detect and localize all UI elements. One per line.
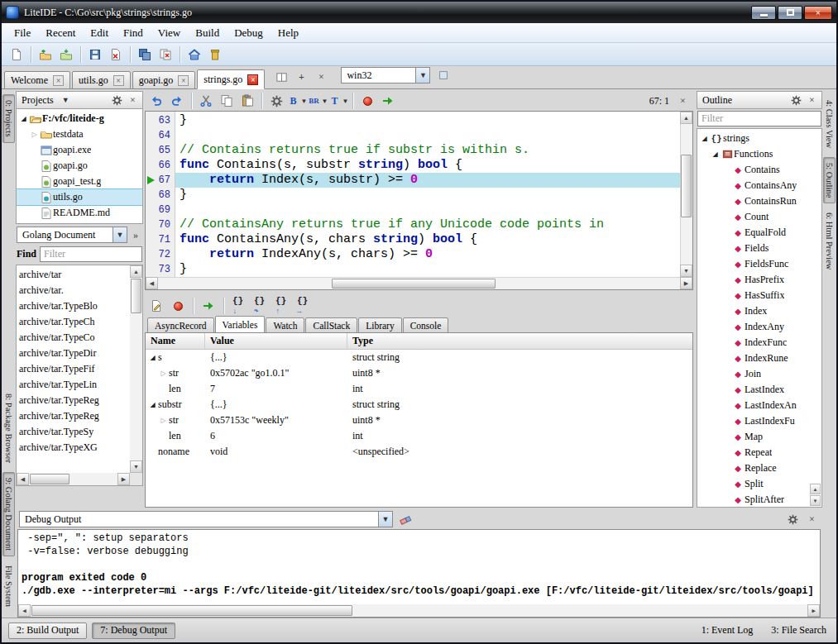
insert-mark-button[interactable] [146,296,166,316]
copy-button[interactable] [217,91,237,111]
side-tab-5-outline[interactable]: 5: Outline [823,157,836,203]
golang-document-select[interactable]: Golang Document ▼ [17,227,127,243]
debug-output-text[interactable]: -sep=", ": setup separators -v=false: ve… [17,529,821,618]
outline-item-containsany[interactable]: ◆ContainsAny [697,178,821,193]
side-tab-6-html-preview[interactable]: 6: Html Preview [823,207,836,275]
project-item-testdata[interactable]: ▷testdata [17,126,142,142]
doc-list-vscrollbar[interactable]: ▲ ▼ [130,265,142,473]
code-line[interactable]: return IndexAny(s, chars) >= 0 [180,247,680,262]
outline-item-lastindexan[interactable]: ◆LastIndexAn [697,398,821,413]
scrollbar-thumb[interactable] [681,155,692,217]
line-number[interactable]: 72 [146,247,175,262]
code-line[interactable]: func Contains(s, substr string) bool { [180,158,680,173]
project-item-utils-go[interactable]: utils.go [17,189,142,205]
line-number[interactable]: 69 [146,203,175,217]
tab-close-icon[interactable]: × [53,75,64,86]
status-label-3-file-search[interactable]: 3: File Search [771,624,826,637]
scroll-up-icon[interactable]: ▲ [130,265,142,278]
code-line[interactable]: // ContainsAny returns true if any Unico… [180,217,680,232]
continue-button[interactable] [199,296,218,316]
menu-view[interactable]: View [151,24,188,42]
scroll-up-icon[interactable]: ▲ [680,112,692,124]
tree-expander-icon[interactable]: ◢ [18,115,29,122]
line-number[interactable]: 71 [146,232,175,247]
debug-tab-variables[interactable]: Variables [215,316,266,333]
project-item-f-vfc-liteide-g[interactable]: ◢F:/vfc/liteide-g [17,111,142,126]
find-filter-input[interactable] [40,246,142,262]
chevron-down-icon[interactable]: ▼ [378,512,392,527]
menu-help[interactable]: Help [271,24,306,42]
clear-output-button[interactable] [398,513,412,527]
split-view-button[interactable] [273,69,290,85]
code-text[interactable]: } // Contains returns true if substr is … [175,112,680,277]
line-number[interactable]: 68 [146,188,175,203]
menu-debug[interactable]: Debug [227,24,271,42]
tab-utils-go[interactable]: utils.go× [72,71,131,89]
home-button[interactable] [184,45,204,64]
build-config-button[interactable] [205,45,225,64]
line-number[interactable]: 66 [146,158,175,173]
save-file-button[interactable] [85,45,105,64]
debug-tab-watch[interactable]: Watch [266,317,304,333]
line-number[interactable]: 70 [146,217,175,232]
outline-filter-input[interactable] [697,111,821,126]
outline-item-indexany[interactable]: ◆IndexAny [697,319,821,335]
letter-b-button[interactable]: B▼ [287,91,307,111]
doc-list-item[interactable]: archive/tar.TypeFif [19,361,128,377]
scrollbar-thumb[interactable] [332,279,496,289]
side-tab-4-class-view[interactable]: 4: Class View [823,94,836,154]
projects-close-button[interactable]: × [126,93,140,107]
menu-find[interactable]: Find [116,24,151,42]
tree-expander-icon[interactable]: ▷ [29,131,40,138]
redo-button[interactable] [167,91,187,111]
close-file-button[interactable] [106,45,126,64]
build-gear-button[interactable] [266,91,286,111]
outline-item-hassuffix[interactable]: ◆HasSuffix [697,288,821,303]
variables-column-type[interactable]: Type [347,333,692,349]
output-menu-button[interactable] [786,513,800,527]
variables-row[interactable]: ◢s{...}struct string [146,350,692,365]
doc-list-item[interactable]: archive/tar.TypeCo [19,330,128,346]
debug-record-button[interactable] [168,296,188,316]
outline-item-splitafter[interactable]: ◆SplitAfter [697,492,821,508]
doc-list-item[interactable]: archive/tar. [19,283,128,298]
step-out-button[interactable]: {}↑ [272,296,292,316]
scroll-left-icon[interactable]: ◀ [146,277,158,289]
chevron-down-icon[interactable]: ▼ [415,68,429,83]
tab-goapi-go[interactable]: goapi.go× [132,71,196,89]
line-number[interactable]: 67 [146,173,175,188]
outline-item-lastindex[interactable]: ◆LastIndex [697,382,821,398]
tree-expander-icon[interactable]: ◢ [710,150,721,158]
minimize-button[interactable] [751,6,776,20]
cut-button[interactable] [196,91,216,111]
close-tab-button[interactable]: × [313,69,329,85]
tree-expander-icon[interactable]: ◢ [147,354,158,361]
add-tab-button[interactable]: + [293,69,309,85]
outline-item-repeat[interactable]: ◆Repeat [697,445,821,460]
tab-close-icon[interactable]: × [247,74,258,85]
scroll-right-icon[interactable]: ▶ [117,473,130,485]
scroll-right-icon[interactable]: ▶ [807,604,820,617]
variables-column-name[interactable]: Name [146,333,205,349]
titlebar[interactable]: LiteIDE - C:\Go\src\pkg\strings\strings.… [2,2,836,23]
letter-br-button[interactable]: BR▼ [308,91,328,111]
debug-tab-callstack[interactable]: CallStack [305,317,357,333]
code-line[interactable]: } [180,188,680,203]
side-tab-0-projects[interactable]: 0: Projects [2,94,15,143]
editor-gutter[interactable]: 6364656667686970717273 [146,112,175,277]
status-label-1-event-log[interactable]: 1: Event Log [702,624,754,637]
debug-start-button[interactable] [378,91,398,111]
step-over-button[interactable]: {}↷ [251,296,271,316]
scroll-right-icon[interactable]: ▶ [680,277,692,289]
output-channel-select[interactable]: Debug Output ▼ [19,511,393,527]
tree-expander-icon[interactable]: ▷ [158,417,169,424]
project-item-goapi-exe[interactable]: goapi.exe [17,142,142,158]
code-line[interactable]: } [180,262,680,277]
outline-item-contains[interactable]: ◆Contains [697,162,821,178]
tab-welcome[interactable]: Welcome× [4,71,70,89]
menu-file[interactable]: File [7,24,38,42]
code-line[interactable]: func ContainsAny(s, chars string) bool { [180,232,680,247]
doc-list-item[interactable]: archive/tar.TypeDir [19,346,128,361]
tree-expander-icon[interactable]: ▷ [158,370,169,377]
variables-row[interactable]: len6int [146,428,692,444]
